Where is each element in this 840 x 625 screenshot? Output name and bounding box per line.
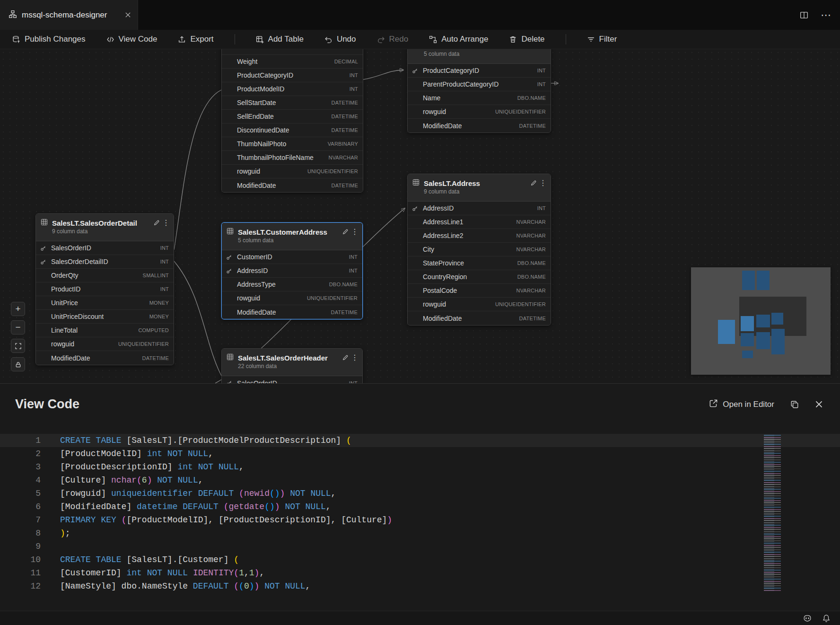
table-column-row[interactable]: rowguid UNIQUEIDENTIFIER xyxy=(222,165,363,178)
code-line[interactable]: 12[NameStyle] dbo.NameStyle DEFAULT ((0)… xyxy=(0,580,840,591)
table-column-row[interactable]: rowguid UNIQUEIDENTIFIER xyxy=(36,337,174,351)
filter-button[interactable]: Filter xyxy=(587,35,617,44)
table-column-row[interactable]: CustomerID INT xyxy=(222,250,362,264)
schema-canvas[interactable]: ⋮ Weight DECIMAL ProductCategoryID INT P… xyxy=(0,49,840,383)
redo-button[interactable]: Redo xyxy=(377,35,409,44)
more-actions-icon[interactable]: ⋯ xyxy=(821,10,831,20)
table-column-row[interactable]: ThumbnailPhotoFileName NVARCHAR xyxy=(222,151,363,165)
code-line[interactable]: 4[Culture] nchar(6) NOT NULL, xyxy=(0,474,840,487)
table-header[interactable]: SalesLT.SalesOrderHeader 22 column data … xyxy=(222,349,362,376)
column-name: rowguid xyxy=(423,300,491,308)
schema-table[interactable]: SalesLT.Address 9 column data ⋮ AddressI… xyxy=(407,174,551,326)
table-column-row[interactable]: SalesOrderID INT xyxy=(36,241,174,255)
schema-table[interactable]: SalesLT.SalesOrderHeader 22 column data … xyxy=(221,348,363,383)
table-column-row[interactable]: PostalCode NVARCHAR xyxy=(408,284,551,298)
code-line[interactable]: 8); xyxy=(0,527,840,540)
schema-table[interactable]: ⋮ Weight DECIMAL ProductCategoryID INT P… xyxy=(221,49,363,193)
open-in-editor-button[interactable]: Open in Editor xyxy=(709,399,774,410)
editor-tab[interactable]: mssql-schema-designer xyxy=(0,0,138,30)
table-column-row[interactable]: Weight DECIMAL xyxy=(222,55,363,69)
panel-title: View Code xyxy=(15,397,709,412)
table-column-row[interactable]: OrderQty SMALLINT xyxy=(36,269,174,282)
schema-table[interactable]: 5 column data ⋮ ProductCategoryID INT Pa… xyxy=(407,49,551,133)
export-button[interactable]: Export xyxy=(178,35,213,44)
table-column-row[interactable]: AddressLine1 NVARCHAR xyxy=(408,215,551,229)
table-column-row[interactable]: rowguid UNIQUEIDENTIFIER xyxy=(222,291,362,305)
table-column-row[interactable]: UnitPrice MONEY xyxy=(36,296,174,310)
table-column-row[interactable]: LineTotal COMPUTED xyxy=(36,324,174,337)
code-line[interactable]: 2[ProductModelID] int NOT NULL, xyxy=(0,447,840,460)
table-header[interactable]: 5 column data ⋮ xyxy=(408,49,551,64)
table-subtitle: 5 column data xyxy=(424,51,528,57)
table-column-row[interactable]: DiscontinuedDate DATETIME xyxy=(222,123,363,137)
auto-arrange-button[interactable]: Auto Arrange xyxy=(429,35,488,44)
table-column-row[interactable]: AddressType DBO.NAME xyxy=(222,278,362,291)
code-line[interactable]: 1CREATE TABLE [SalesLT].[ProductModelPro… xyxy=(0,434,840,447)
code-minimap[interactable] xyxy=(763,435,787,591)
table-column-row[interactable]: ProductCategoryID INT xyxy=(222,69,363,82)
zoom-out-button[interactable]: − xyxy=(11,320,25,335)
table-column-row[interactable]: CountryRegion DBO.NAME xyxy=(408,270,551,284)
table-header[interactable]: SalesLT.CustomerAddress 5 column data ⋮ xyxy=(222,223,362,250)
zoom-in-button[interactable]: + xyxy=(11,302,25,316)
line-number: 8 xyxy=(0,527,41,540)
view-code-button[interactable]: View Code xyxy=(106,35,158,44)
table-column-row[interactable]: ModifiedDate DATETIME xyxy=(36,351,174,365)
table-column-row[interactable]: City NVARCHAR xyxy=(408,243,551,256)
table-header[interactable]: SalesLT.Address 9 column data ⋮ xyxy=(408,174,551,202)
code-line[interactable]: 11[CustomerID] int NOT NULL IDENTITY(1,1… xyxy=(0,566,840,580)
table-column-row[interactable]: ModifiedDate DATETIME xyxy=(408,119,551,132)
table-column-row[interactable]: ProductModelID INT xyxy=(222,82,363,96)
table-column-row[interactable]: rowguid UNIQUEIDENTIFIER xyxy=(408,105,551,119)
kebab-menu-icon[interactable]: ⋮ xyxy=(351,354,358,361)
close-panel-icon[interactable] xyxy=(815,400,823,408)
kebab-menu-icon[interactable]: ⋮ xyxy=(162,220,169,226)
table-header[interactable]: SalesLT.SalesOrderDetail 9 column data ⋮ xyxy=(36,214,174,241)
add-table-button[interactable]: Add Table xyxy=(256,35,304,44)
publish-changes-button[interactable]: Publish Changes xyxy=(12,35,86,44)
table-column-row[interactable]: SalesOrderID INT xyxy=(222,376,362,383)
delete-button[interactable]: Delete xyxy=(509,35,544,44)
copy-code-icon[interactable] xyxy=(790,400,799,409)
undo-button[interactable]: Undo xyxy=(324,35,356,44)
lock-button[interactable] xyxy=(11,357,25,371)
table-column-row[interactable]: ProductID INT xyxy=(36,282,174,296)
code-line[interactable]: 5[rowguid] uniqueidentifier DEFAULT (new… xyxy=(0,487,840,500)
table-column-row[interactable]: UnitPriceDiscount MONEY xyxy=(36,310,174,324)
schema-table[interactable]: SalesLT.CustomerAddress 5 column data ⋮ … xyxy=(221,222,363,319)
code-line[interactable]: 7PRIMARY KEY ([ProductModelID], [Product… xyxy=(0,513,840,527)
tab-close-icon[interactable] xyxy=(125,12,131,18)
edit-pencil-icon[interactable] xyxy=(340,229,351,235)
table-column-row[interactable]: SalesOrderDetailID INT xyxy=(36,255,174,269)
table-column-row[interactable]: AddressID INT xyxy=(222,264,362,278)
table-column-row[interactable]: Name DBO.NAME xyxy=(408,91,551,105)
edit-pencil-icon[interactable] xyxy=(340,354,351,361)
table-column-row[interactable]: ModifiedDate DATETIME xyxy=(222,305,362,319)
code-line[interactable]: 6[ModifiedDate] datetime DEFAULT (getdat… xyxy=(0,500,840,513)
edit-pencil-icon[interactable] xyxy=(528,180,539,186)
table-column-row[interactable]: ModifiedDate DATETIME xyxy=(408,311,551,325)
table-column-row[interactable]: AddressLine2 NVARCHAR xyxy=(408,229,551,243)
copilot-icon[interactable] xyxy=(803,614,812,623)
split-editor-icon[interactable] xyxy=(800,11,808,19)
sql-code-editor[interactable]: 1CREATE TABLE [SalesLT].[ProductModelPro… xyxy=(0,434,840,591)
canvas-minimap[interactable] xyxy=(691,267,831,375)
code-line[interactable]: 9 xyxy=(0,540,840,553)
table-column-row[interactable]: SellEndDate DATETIME xyxy=(222,110,363,123)
table-column-row[interactable]: ModifiedDate DATETIME xyxy=(222,178,363,192)
table-column-row[interactable]: StateProvince DBO.NAME xyxy=(408,256,551,270)
edit-pencil-icon[interactable] xyxy=(151,220,162,226)
notifications-bell-icon[interactable] xyxy=(822,614,831,623)
table-column-row[interactable]: ProductCategoryID INT xyxy=(408,64,551,78)
kebab-menu-icon[interactable]: ⋮ xyxy=(539,180,546,186)
kebab-menu-icon[interactable]: ⋮ xyxy=(351,229,358,235)
table-column-row[interactable]: SellStartDate DATETIME xyxy=(222,96,363,110)
schema-table[interactable]: SalesLT.SalesOrderDetail 9 column data ⋮… xyxy=(35,213,174,365)
table-column-row[interactable]: rowguid UNIQUEIDENTIFIER xyxy=(408,298,551,311)
table-column-row[interactable]: AddressID INT xyxy=(408,202,551,215)
table-column-row[interactable]: ThumbNailPhoto VARBINARY xyxy=(222,137,363,151)
fit-view-button[interactable] xyxy=(11,339,25,353)
table-column-row[interactable]: ParentProductCategoryID INT xyxy=(408,78,551,91)
code-line[interactable]: 3[ProductDescriptionID] int NOT NULL, xyxy=(0,460,840,474)
code-line[interactable]: 10CREATE TABLE [SalesLT].[Customer] ( xyxy=(0,553,840,566)
